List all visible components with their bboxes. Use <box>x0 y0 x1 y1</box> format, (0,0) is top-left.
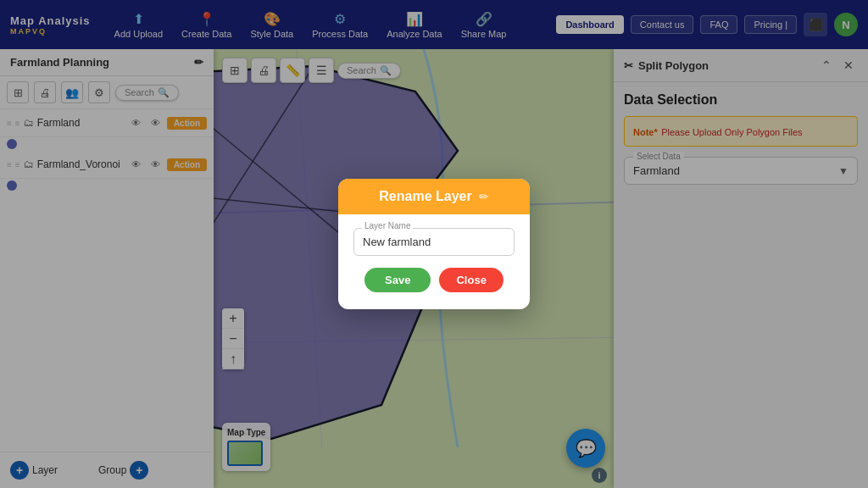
dialog-overlay: Rename Layer ✏ Layer Name Save Close <box>0 0 868 488</box>
layer-name-input-group: Layer Name <box>353 228 515 256</box>
dialog-title: Rename Layer <box>379 189 471 204</box>
dialog-close-button[interactable]: Close <box>439 268 503 292</box>
dialog-edit-icon: ✏ <box>479 190 489 203</box>
dialog-save-button[interactable]: Save <box>364 268 431 292</box>
dialog-body: Layer Name Save Close <box>338 214 530 309</box>
dialog-actions: Save Close <box>353 268 515 296</box>
rename-layer-dialog: Rename Layer ✏ Layer Name Save Close <box>338 179 530 309</box>
layer-name-label: Layer Name <box>362 221 413 230</box>
dialog-header: Rename Layer ✏ <box>338 179 530 214</box>
layer-name-input[interactable] <box>353 228 515 256</box>
